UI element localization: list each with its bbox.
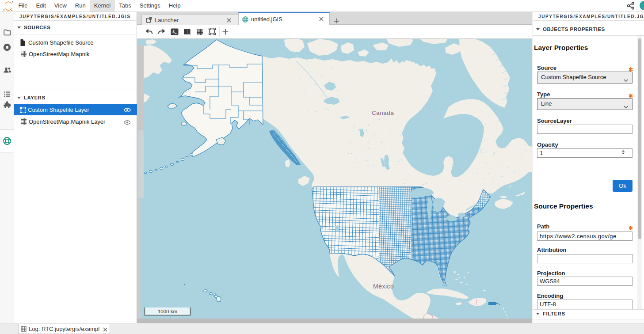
- svg-text:Canada: Canada: [372, 110, 394, 116]
- svg-text:1000 km: 1000 km: [158, 309, 177, 314]
- svg-text:$: $: [172, 30, 175, 34]
- svg-text:México: México: [373, 283, 394, 290]
